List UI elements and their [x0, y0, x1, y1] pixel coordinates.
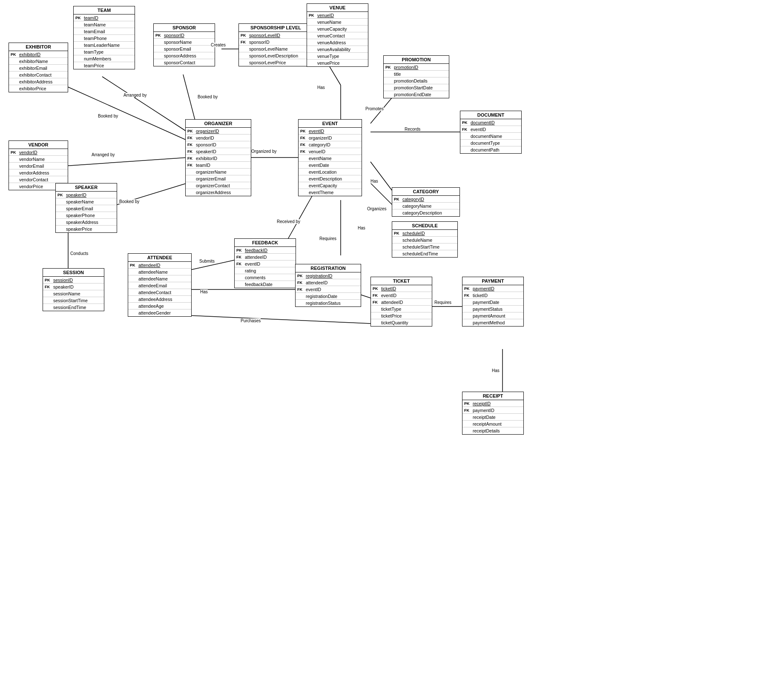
document-title: DOCUMENT [460, 111, 521, 119]
rel-creates: Creates [211, 43, 226, 47]
payment-title: PAYMENT [462, 277, 523, 285]
venue-title: VENUE [307, 4, 368, 12]
attendee-title: ATTENDEE [128, 254, 191, 262]
rel-organized-by: Organized by [251, 149, 276, 154]
rel-has-attendee: Has [200, 289, 208, 294]
promotion-title: PROMOTION [384, 56, 449, 64]
team-entity: TEAM PKteamID teamName teamEmail teamPho… [73, 6, 135, 69]
ticket-entity: TICKET PKticketID FKeventID FKattendeeID… [370, 277, 432, 326]
speaker-title: SPEAKER [56, 183, 117, 192]
rel-booked-by-sponsor: Booked by [198, 95, 218, 99]
svg-line-17 [179, 315, 370, 324]
promotion-entity: PROMOTION PKpromotionID title promotionD… [383, 55, 449, 98]
document-entity: DOCUMENT PKdocumentID FKeventID document… [460, 111, 522, 154]
speaker-entity: SPEAKER PKspeakerID speakerName speakerE… [55, 183, 117, 233]
receipt-entity: RECEIPT PKreceiptID FKpaymentID receiptD… [462, 392, 524, 435]
receipt-title: RECEIPT [462, 392, 523, 400]
exhibitor-title: EXHIBITOR [9, 43, 68, 51]
exhibitor-entity: EXHIBITOR PKexhibitorID exhibitorName ex… [9, 43, 68, 92]
event-entity: EVENT PKeventID FKorganizerID FKcategory… [298, 119, 362, 196]
organizer-entity: ORGANIZER PKorganizerID FKvendorID FKspo… [185, 119, 251, 196]
registration-entity: REGISTRATION PKregistrationID FKattendee… [295, 264, 361, 307]
rel-booked-by-exhibitor: Booked by [98, 114, 118, 118]
rel-requires: Requires [319, 236, 336, 241]
feedback-title: FEEDBACK [235, 239, 296, 247]
session-entity: SESSION PKsessionID FKspeakerID sessionN… [43, 268, 104, 311]
venue-entity: VENUE PKvenueID venueName venueCapacity … [307, 3, 368, 67]
event-title: EVENT [299, 120, 362, 128]
rel-submits: Submits [199, 259, 215, 263]
svg-line-2 [64, 158, 187, 166]
rel-requires-payment: Requires [434, 300, 451, 305]
session-title: SESSION [43, 269, 104, 277]
team-title: TEAM [74, 6, 135, 14]
organizer-title: ORGANIZER [186, 120, 251, 128]
rel-booked-by-speaker: Booked by [119, 199, 139, 204]
category-title: CATEGORY [392, 188, 459, 196]
sponsorship-level-title: SPONSORSHIP LEVEL [239, 24, 313, 32]
category-entity: CATEGORY PKcategoryID categoryName categ… [392, 187, 460, 217]
rel-arranged-by-vendor: Arranged by [92, 152, 115, 157]
vendor-title: VENDOR [9, 141, 68, 149]
rel-has-category: Has [370, 179, 378, 183]
rel-has-schedule: Has [358, 226, 365, 230]
ticket-title: TICKET [371, 277, 432, 285]
payment-entity: PAYMENT PKpaymentID FKticketID paymentDa… [462, 277, 524, 326]
feedback-entity: FEEDBACK PKfeedbackID FKattendeeID FKeve… [234, 238, 296, 288]
sponsorship-level-entity: SPONSORSHIP LEVEL PKsponsorLevelID FKspo… [238, 23, 313, 66]
sponsor-title: SPONSOR [154, 24, 215, 32]
schedule-entity: SCHEDULE PKscheduleID scheduleName sched… [392, 221, 458, 258]
rel-arranged-by-team: Arranged by [123, 93, 146, 97]
rel-organizes: Organizes [367, 206, 387, 211]
rel-records: Records [405, 127, 420, 132]
rel-has-venue: Has [317, 85, 325, 90]
rel-has-receipt: Has [492, 368, 500, 373]
rel-purchases: Purchases [241, 318, 261, 323]
rel-promotes: Promotes [365, 106, 384, 111]
attendee-entity: ATTENDEE PKattendeeID attendeeName atten… [128, 253, 192, 317]
svg-line-4 [183, 74, 196, 123]
schedule-title: SCHEDULE [392, 222, 457, 230]
svg-line-0 [102, 77, 187, 132]
rel-conducts: Conducts [70, 251, 88, 256]
sponsor-entity: SPONSOR PKsponsorID sponsorName sponsorE… [153, 23, 215, 66]
rel-received-by: Received by [277, 219, 300, 224]
registration-title: REGISTRATION [296, 264, 361, 272]
